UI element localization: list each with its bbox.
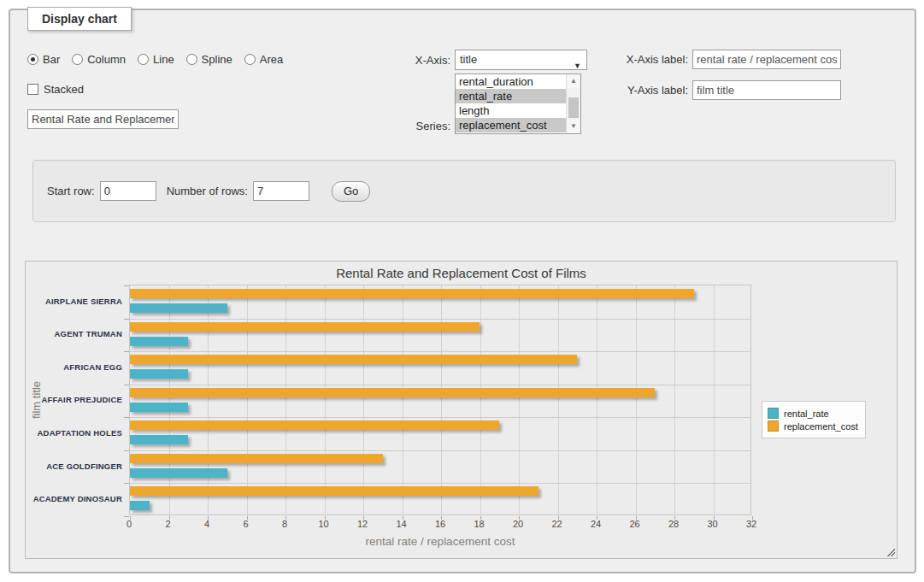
scroll-up-icon[interactable]: ▲ — [567, 74, 580, 88]
radio-label: Area — [260, 53, 283, 66]
bar-rental-rate — [130, 468, 227, 478]
chart-type-spline[interactable]: Spline — [186, 53, 232, 66]
chart-type-line[interactable]: Line — [138, 53, 174, 66]
radio-icon — [27, 54, 38, 65]
bar-replacement-cost — [130, 289, 694, 298]
gridline — [285, 285, 286, 514]
legend-label: replacement_cost — [784, 421, 858, 432]
gridline — [208, 285, 209, 514]
gridline — [480, 285, 481, 514]
gridline — [636, 285, 637, 514]
y-tick-mark — [124, 319, 129, 320]
y-axis-title: film title — [30, 285, 44, 515]
radio-label: Line — [153, 53, 174, 66]
bar-replacement-cost — [130, 388, 655, 397]
x-axis-label-caption: X-Axis label: — [604, 53, 688, 66]
x-tick-label: 2 — [154, 519, 183, 529]
x-tick-label: 30 — [698, 519, 727, 529]
chart-type-area[interactable]: Area — [244, 53, 283, 66]
y-tick-mark — [124, 285, 129, 286]
y-tick-mark — [124, 516, 129, 517]
series-scrollbar[interactable]: ▲ ▼ — [566, 74, 580, 133]
y-tick-mark — [124, 417, 129, 418]
bar-rental-rate — [130, 435, 188, 444]
x-axis-label-input[interactable] — [692, 50, 841, 69]
num-rows-input[interactable] — [253, 181, 309, 201]
x-axis-label-row: X-Axis label: — [604, 50, 841, 69]
legend-item-replacement_cost[interactable]: replacement_cost — [768, 420, 858, 432]
series-option-rental_duration[interactable]: rental_duration — [456, 74, 566, 89]
x-tick-label: 8 — [270, 519, 299, 529]
series-option-rental_rate[interactable]: rental_rate — [456, 89, 566, 103]
x-axis-title: rental rate / replacement cost — [129, 535, 751, 548]
stacked-checkbox-row[interactable]: Stacked — [27, 83, 84, 96]
y-axis-label-input[interactable] — [692, 80, 841, 100]
x-tick-label: 32 — [737, 519, 766, 529]
legend-swatch — [768, 420, 779, 432]
series-option-replacement_cost[interactable]: replacement_cost — [456, 118, 566, 132]
chart-container: Rental Rate and Replacement Cost of Film… — [25, 261, 898, 559]
gridline — [519, 285, 520, 514]
legend-swatch — [768, 408, 779, 419]
bar-replacement-cost — [130, 355, 577, 364]
x-tick-label: 12 — [348, 519, 377, 529]
chart-type-radios: BarColumnLineSplineArea — [27, 53, 295, 66]
gridline — [403, 285, 403, 514]
radio-label: Column — [87, 53, 126, 66]
series-listbox[interactable]: rental_durationrental_ratelengthreplacem… — [455, 73, 581, 134]
bar-rental-rate — [130, 337, 188, 346]
bar-replacement-cost — [130, 322, 480, 332]
legend-item-rental_rate[interactable]: rental_rate — [768, 408, 858, 419]
go-button[interactable]: Go — [332, 181, 370, 202]
scrollbar-thumb[interactable] — [568, 97, 579, 118]
gridline — [363, 285, 364, 514]
x-tick-label: 28 — [659, 519, 688, 529]
bar-rental-rate — [130, 369, 188, 379]
y-axis-label-caption: Y-Axis label: — [604, 84, 688, 97]
chart-legend: rental_ratereplacement_cost — [762, 401, 866, 438]
bar-replacement-cost — [130, 454, 383, 463]
y-tick-mark — [124, 450, 129, 451]
bar-rental-rate — [130, 303, 227, 313]
x-tick-labels: 02468101214161820222426283032 — [129, 519, 751, 531]
series-option-length[interactable]: length — [456, 103, 566, 118]
x-tick-label: 0 — [115, 519, 144, 529]
num-rows-label: Number of rows: — [167, 185, 248, 197]
x-tick-label: 10 — [309, 519, 338, 529]
row-range-panel: Start row: Number of rows: Go — [32, 160, 896, 222]
y-tick-mark — [124, 385, 129, 385]
radio-icon — [186, 54, 197, 65]
stacked-checkbox-icon[interactable] — [27, 84, 38, 95]
gridline — [130, 417, 750, 418]
x-axis-select[interactable]: title ▼ — [455, 50, 587, 70]
gridline — [597, 285, 597, 514]
radio-icon — [138, 54, 149, 65]
radio-icon — [244, 54, 256, 65]
gridline — [247, 285, 248, 514]
start-row-input[interactable] — [100, 181, 156, 201]
page: Display chart BarColumnLineSplineArea St… — [0, 0, 924, 582]
chart-type-column[interactable]: Column — [72, 53, 126, 66]
gridline — [130, 319, 750, 320]
x-tick-label: 16 — [426, 519, 455, 529]
x-tick-label: 26 — [621, 519, 650, 529]
y-tick-mark — [124, 351, 129, 352]
bar-replacement-cost — [130, 420, 499, 430]
stacked-label: Stacked — [44, 83, 84, 96]
x-axis-select-label: X-Axis: — [399, 54, 450, 67]
gridline — [130, 483, 750, 484]
chevron-down-icon: ▼ — [574, 56, 581, 75]
chart-type-bar[interactable]: Bar — [27, 53, 60, 66]
chart-title: Rental Rate and Replacement Cost of Film… — [26, 266, 897, 280]
resize-handle-icon[interactable] — [886, 547, 895, 556]
gridline — [130, 351, 750, 352]
scroll-down-icon[interactable]: ▼ — [567, 120, 580, 133]
display-chart-fieldset: Display chart BarColumnLineSplineArea St… — [9, 9, 916, 573]
gridline — [130, 450, 750, 451]
start-row-label: Start row: — [47, 185, 95, 197]
series-select-row: Series: rental_durationrental_ratelength… — [399, 73, 581, 134]
gridline — [325, 285, 326, 514]
x-axis-selected-value: title — [460, 53, 477, 66]
radio-label: Bar — [43, 53, 60, 66]
chart-title-input[interactable] — [27, 109, 179, 129]
